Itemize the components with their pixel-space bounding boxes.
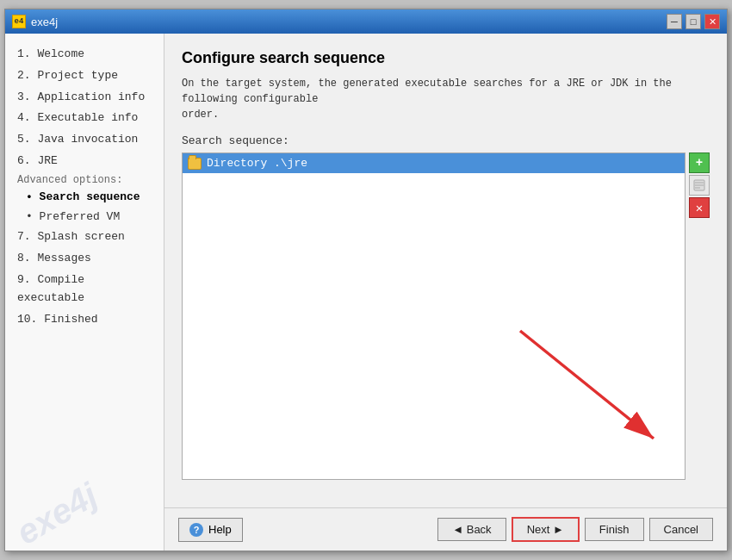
cancel-button[interactable]: Cancel <box>649 518 713 541</box>
footer-left: ? Help <box>178 518 243 542</box>
main-window: e4 exe4j ─ □ ✕ 1. Welcome 2. Project typ… <box>4 9 728 551</box>
add-button[interactable]: + <box>689 152 710 173</box>
sidebar-item-welcome[interactable]: 1. Welcome <box>14 44 155 65</box>
page-description: On the target system, the generated exec… <box>182 76 710 122</box>
help-label: Help <box>208 523 232 536</box>
sidebar-item-compile[interactable]: 9. Compile executable <box>14 270 155 309</box>
sidebar-item-java-inv[interactable]: 5. Java invocation <box>14 129 155 151</box>
sidebar-item-exe-info[interactable]: 4. Executable info <box>14 108 155 129</box>
sidebar-item-search-sequence[interactable]: • Search sequence <box>14 188 155 208</box>
list-item[interactable]: Directory .\jre <box>183 153 685 173</box>
edit-button[interactable] <box>689 175 710 196</box>
page-title: Configure search sequence <box>182 49 710 67</box>
folder-icon <box>188 158 202 170</box>
footer: ? Help ◄ Back Next ► Finish Cancel <box>164 507 727 551</box>
next-button[interactable]: Next ► <box>512 517 580 542</box>
window-title: exe4j <box>31 16 58 28</box>
search-sequence-list[interactable]: Directory .\jre <box>182 152 685 480</box>
sidebar-item-preferred-vm[interactable]: • Preferred VM <box>14 208 155 227</box>
minimize-button[interactable]: ─ <box>667 14 682 29</box>
content-area: Configure search sequence On the target … <box>164 34 727 507</box>
sidebar-section-advanced: Advanced options: <box>14 172 155 188</box>
sidebar-item-app-info[interactable]: 3. Application info <box>14 87 155 109</box>
maximize-button[interactable]: □ <box>685 14 701 29</box>
app-icon: e4 <box>12 15 26 28</box>
sidebar-item-project-type[interactable]: 2. Project type <box>14 65 155 87</box>
window-body: 1. Welcome 2. Project type 3. Applicatio… <box>5 34 727 551</box>
help-button[interactable]: ? Help <box>178 518 243 542</box>
section-label: Search sequence: <box>182 134 710 147</box>
footer-right: ◄ Back Next ► Finish Cancel <box>437 517 713 542</box>
sidebar-item-splash[interactable]: 7. Splash screen <box>14 227 155 248</box>
main-content: Configure search sequence On the target … <box>164 34 727 551</box>
help-icon: ? <box>189 523 203 537</box>
watermark: exe4j <box>9 476 103 551</box>
list-action-buttons: + ✕ <box>689 152 710 480</box>
finish-button[interactable]: Finish <box>585 518 644 541</box>
back-button[interactable]: ◄ Back <box>437 518 506 541</box>
close-button[interactable]: ✕ <box>704 14 720 29</box>
sidebar-item-jre[interactable]: 6. JRE <box>14 151 155 172</box>
title-bar-left: e4 exe4j <box>12 15 58 28</box>
sidebar: 1. Welcome 2. Project type 3. Applicatio… <box>5 34 164 551</box>
delete-button[interactable]: ✕ <box>689 197 710 218</box>
search-sequence-panel: Directory .\jre + <box>182 152 710 480</box>
list-item-text: Directory .\jre <box>207 157 307 170</box>
list-wrapper: Directory .\jre <box>182 152 685 480</box>
sidebar-item-messages[interactable]: 8. Messages <box>14 248 155 270</box>
sidebar-item-finished[interactable]: 10. Finished <box>14 309 155 331</box>
title-controls: ─ □ ✕ <box>667 14 720 29</box>
title-bar: e4 exe4j ─ □ ✕ <box>5 9 727 34</box>
